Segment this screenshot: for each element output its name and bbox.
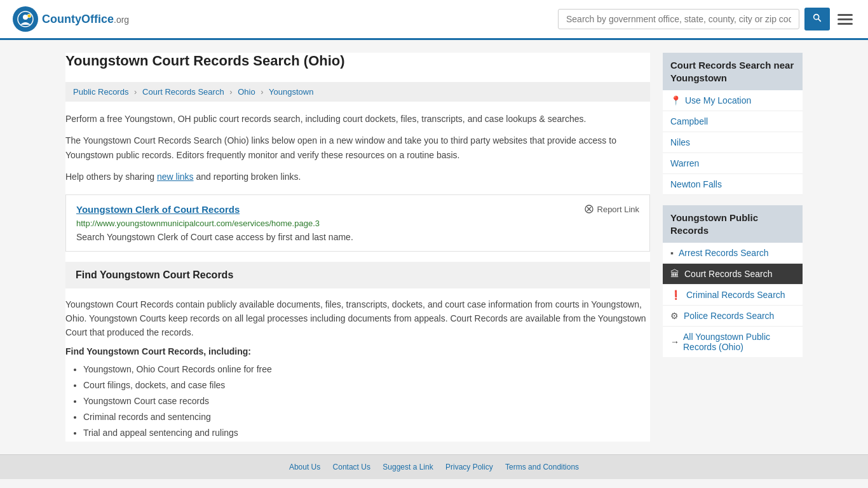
list-item: Court filings, dockets, and case files xyxy=(83,377,650,393)
sidebar-public-header: Youngstown Public Records xyxy=(663,205,803,243)
footer-contact[interactable]: Contact Us xyxy=(333,463,370,471)
logo-area[interactable]: CountyOffice.org xyxy=(13,6,129,32)
court-icon: 🏛 xyxy=(670,269,679,279)
sidebar-near-niles[interactable]: Niles xyxy=(663,132,803,153)
footer: About Us Contact Us Suggest a Link Priva… xyxy=(0,454,868,479)
svg-line-4 xyxy=(818,19,821,22)
breadcrumb-youngstown[interactable]: Youngstown xyxy=(269,87,313,97)
footer-terms[interactable]: Terms and Conditions xyxy=(505,463,579,471)
sidebar-court-records[interactable]: 🏛 Court Records Search xyxy=(663,264,803,285)
search-input[interactable] xyxy=(558,9,799,29)
page-title: Youngstown Court Records Search (Ohio) xyxy=(65,53,650,76)
police-icon: ⚙ xyxy=(670,311,679,321)
find-including-label: Find Youngstown Court Records, including… xyxy=(65,346,650,356)
sidebar-near-header: Court Records Search near Youngstown xyxy=(663,53,803,90)
content-area: Youngstown Court Records Search (Ohio) P… xyxy=(65,53,650,442)
search-button[interactable] xyxy=(804,8,830,30)
list-item: Youngstown Court case records xyxy=(83,393,650,409)
record-description: Search Youngstown Clerk of Court case ac… xyxy=(76,232,639,242)
sidebar-police-records[interactable]: ⚙ Police Records Search xyxy=(663,306,803,327)
list-item: Youngstown, Ohio Court Records online fo… xyxy=(83,362,650,377)
sidebar-all-link[interactable]: → All Youngstown Public Records (Ohio) xyxy=(663,327,803,357)
desc2: The Youngstown Court Records Search (Ohi… xyxy=(65,133,650,162)
find-section-title: Find Youngstown Court Records xyxy=(76,269,640,281)
sidebar-near-warren[interactable]: Warren xyxy=(663,153,803,174)
find-list: Youngstown, Ohio Court Records online fo… xyxy=(65,362,650,442)
arrest-icon: ▪ xyxy=(670,248,674,258)
location-icon: 📍 xyxy=(670,95,681,105)
arrow-icon: → xyxy=(670,337,679,347)
logo-icon xyxy=(13,6,38,32)
list-item: Criminal records and sentencing xyxy=(83,409,650,425)
sidebar-criminal-records[interactable]: ❗ Criminal Records Search xyxy=(663,285,803,306)
desc3: Help others by sharing new links and rep… xyxy=(65,170,650,184)
footer-suggest[interactable]: Suggest a Link xyxy=(383,463,433,471)
breadcrumb: Public Records › Court Records Search › … xyxy=(65,82,650,102)
record-url[interactable]: http://www.youngstownmunicipalcourt.com/… xyxy=(76,219,639,228)
find-description: Youngstown Court Records contain publicl… xyxy=(65,297,650,340)
record-title-row: Youngstown Clerk of Court Records Report… xyxy=(76,204,639,215)
breadcrumb-court-records[interactable]: Court Records Search xyxy=(142,87,224,97)
search-area xyxy=(558,8,855,30)
breadcrumb-public-records[interactable]: Public Records xyxy=(73,87,128,97)
new-links-link[interactable]: new links xyxy=(157,172,194,182)
list-item: Trial and appeal sentencing and rulings xyxy=(83,425,650,441)
sidebar-near-section: Court Records Search near Youngstown 📍 U… xyxy=(663,53,803,195)
record-title-link[interactable]: Youngstown Clerk of Court Records xyxy=(76,204,240,215)
logo-text: CountyOffice.org xyxy=(42,13,129,26)
breadcrumb-ohio[interactable]: Ohio xyxy=(238,87,255,97)
footer-privacy[interactable]: Privacy Policy xyxy=(445,463,493,471)
sidebar-near-campbell[interactable]: Campbell xyxy=(663,111,803,132)
sidebar-public-section: Youngstown Public Records ▪ Arrest Recor… xyxy=(663,205,803,357)
sidebar: Court Records Search near Youngstown 📍 U… xyxy=(663,53,803,442)
main-wrap: Youngstown Court Records Search (Ohio) P… xyxy=(53,40,815,454)
sidebar-arrest-records[interactable]: ▪ Arrest Records Search xyxy=(663,243,803,264)
header: CountyOffice.org xyxy=(0,0,868,40)
record-block: Youngstown Clerk of Court Records Report… xyxy=(65,194,650,252)
criminal-icon: ❗ xyxy=(670,290,681,300)
find-section: Find Youngstown Court Records xyxy=(65,262,650,288)
footer-about[interactable]: About Us xyxy=(289,463,320,471)
report-link-button[interactable]: Report Link xyxy=(584,204,639,214)
use-my-location-link[interactable]: Use My Location xyxy=(685,95,751,105)
menu-button[interactable] xyxy=(835,11,855,27)
sidebar-near-newton-falls[interactable]: Newton Falls xyxy=(663,174,803,195)
sidebar-use-location[interactable]: 📍 Use My Location xyxy=(663,90,803,111)
svg-point-2 xyxy=(27,14,31,18)
desc1: Perform a free Youngstown, OH public cou… xyxy=(65,112,650,126)
